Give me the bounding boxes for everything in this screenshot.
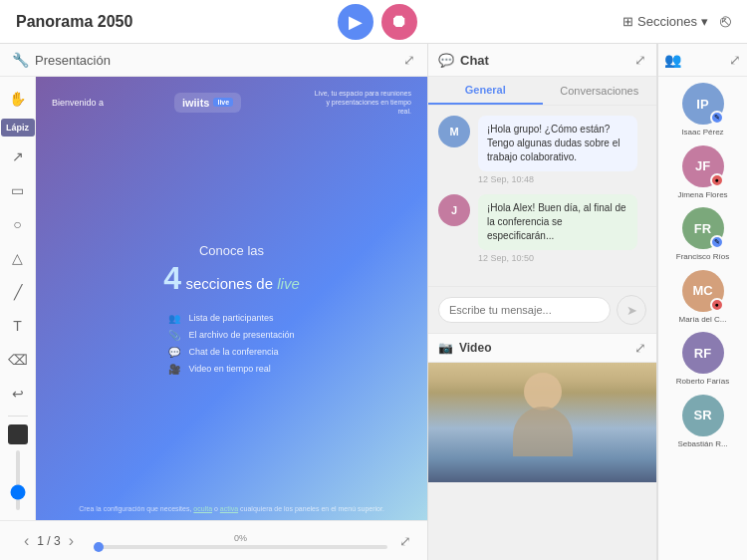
chat-bubble-1: ¡Hola grupo! ¿Cómo están? Tengo algunas … xyxy=(478,116,637,171)
chat-send-btn[interactable]: ➤ xyxy=(617,295,646,325)
feature-chat-text: Chat de la conferencia xyxy=(188,347,278,357)
grid-icon: ⊞ xyxy=(622,14,633,29)
video-expand-btn[interactable]: ⤢ xyxy=(634,340,646,356)
slide-number: 4 xyxy=(163,260,181,296)
participants-icon: 👥 xyxy=(168,313,180,324)
slide-secciones-text: secciones de xyxy=(186,275,278,292)
tab-general[interactable]: General xyxy=(428,77,543,105)
participant-6-name: Sebastián R... xyxy=(677,439,727,449)
next-slide-btn[interactable]: › xyxy=(61,528,82,554)
sections-label: Secciones xyxy=(637,14,697,29)
participant-4-name: María del C... xyxy=(678,315,726,325)
line-tool-btn[interactable]: ╱ xyxy=(4,278,32,306)
participant-1: IP ✎ Isaac Pérez xyxy=(664,83,741,138)
topbar-right: ⊞ Secciones ▾ ⎋ xyxy=(622,11,731,32)
participant-3: FR ✎ Francisco Ríos xyxy=(664,207,741,262)
slide-area: ✋ Lápiz ↗ ▭ ○ △ ╱ T ⌫ ↩ Bienveni xyxy=(0,77,427,520)
participant-2: JF ● Jimena Flores xyxy=(664,145,741,200)
video-panel: 📷 Video ⤢ xyxy=(428,333,656,482)
sections-btn[interactable]: ⊞ Secciones ▾ xyxy=(622,14,708,29)
progress-container: 0% xyxy=(94,533,387,549)
eraser-tool-btn[interactable]: ⌫ xyxy=(4,346,32,374)
chat-bubble-wrap-1: ¡Hola grupo! ¿Cómo están? Tengo algunas … xyxy=(478,116,637,184)
participant-5-avatar-wrap: RF xyxy=(682,332,724,374)
chat-panel: 💬 Chat ⤢ General Conversaciones M ¡Hola … xyxy=(428,44,656,333)
chat-header-title: 💬 Chat xyxy=(438,53,489,68)
app-title: Panorama 2050 xyxy=(16,13,132,31)
participant-3-avatar-wrap: FR ✎ xyxy=(682,207,724,249)
presentation-label: Presentación xyxy=(35,53,111,68)
presentation-expand-btn[interactable]: ⤢ xyxy=(403,52,415,68)
page-indicator: 1 / 3 xyxy=(37,534,60,548)
record-icon-btn[interactable]: ⏺ xyxy=(381,4,417,40)
participant-5-avatar: RF xyxy=(682,332,724,374)
video-label: Video xyxy=(459,341,491,355)
prev-slide-btn[interactable]: ‹ xyxy=(16,528,37,554)
footer-link-activate[interactable]: activa xyxy=(220,505,238,512)
color-swatch[interactable] xyxy=(8,424,28,444)
slide-conoce: Conoce las xyxy=(199,243,264,258)
undo-tool-btn[interactable]: ↩ xyxy=(4,380,32,408)
participant-2-avatar-wrap: JF ● xyxy=(682,145,724,187)
chat-tabs: General Conversaciones xyxy=(428,77,656,106)
participant-1-avatar-wrap: IP ✎ xyxy=(682,83,724,125)
footer-text: Crea la configuración que necesites, xyxy=(79,505,193,512)
topbar-center-icons: ▶ ⏺ xyxy=(338,4,417,40)
participant-4-avatar-wrap: MC ● xyxy=(682,270,724,312)
chat-time-2: 12 Sep, 10:50 xyxy=(478,253,637,263)
video-icon: 🎥 xyxy=(168,364,180,375)
participant-6: SR Sebastián R... xyxy=(664,395,741,449)
chat-input[interactable] xyxy=(438,297,611,323)
feature-participants-text: Lista de participantes xyxy=(188,313,273,323)
slide-headline: 4 secciones de live xyxy=(163,260,300,297)
participant-3-badge: ✎ xyxy=(710,235,724,249)
brand-text: iwiits xyxy=(182,97,210,109)
participant-6-avatar-wrap: SR xyxy=(682,395,724,436)
participants-header: 👥 ⤢ xyxy=(658,44,747,77)
center-panel: 💬 Chat ⤢ General Conversaciones M ¡Hola … xyxy=(428,44,657,560)
triangle-tool-btn[interactable]: △ xyxy=(4,244,32,272)
thickness-slider[interactable] xyxy=(16,450,20,510)
presentation-header: 🔧 Presentación ⤢ xyxy=(0,44,427,77)
slide-tagline: Live, tu espacio para reuniones y presen… xyxy=(312,89,411,116)
feature-archive-text: El archivo de presentación xyxy=(188,330,294,340)
participant-2-name: Jimena Flores xyxy=(677,190,727,200)
cursor-tool-btn[interactable]: ↗ xyxy=(4,142,32,170)
chevron-down-icon: ▾ xyxy=(701,14,708,29)
exit-btn[interactable]: ⎋ xyxy=(720,11,731,32)
progress-thumb[interactable] xyxy=(94,542,104,552)
progress-bar-bg xyxy=(94,545,387,549)
slide-features: 👥 Lista de participantes 📎 El archivo de… xyxy=(144,313,318,375)
progress-label: 0% xyxy=(234,533,247,543)
presentation-header-title: 🔧 Presentación xyxy=(12,52,111,68)
participant-4-badge: ● xyxy=(710,298,724,312)
participants-expand-btn[interactable]: ⤢ xyxy=(729,52,741,68)
play-icon-btn[interactable]: ▶ xyxy=(338,4,374,40)
participant-2-badge: ● xyxy=(710,173,724,187)
chat-label: Chat xyxy=(460,53,489,68)
circle-tool-btn[interactable]: ○ xyxy=(4,210,32,238)
slide-logo: iwiits live xyxy=(174,93,241,113)
participant-5: RF Roberto Farías xyxy=(664,332,741,387)
footer-link-hide[interactable]: oculta xyxy=(193,505,212,512)
participant-4: MC ● María del C... xyxy=(664,270,741,325)
participants-sidebar: 👥 ⤢ IP ✎ Isaac Pérez JF ● Jimena Flores xyxy=(657,44,747,560)
participant-6-avatar: SR xyxy=(682,395,724,436)
archive-icon: 📎 xyxy=(168,330,180,341)
feature-chat: 💬 Chat de la conferencia xyxy=(168,347,278,358)
chat-header: 💬 Chat ⤢ xyxy=(428,44,656,77)
participants-list: IP ✎ Isaac Pérez JF ● Jimena Flores FR ✎… xyxy=(658,77,747,455)
participant-3-name: Francisco Ríos xyxy=(676,252,729,262)
feature-video-text: Video en tiempo real xyxy=(188,364,270,374)
slide-footer: Crea la configuración que necesites, ocu… xyxy=(36,505,427,512)
slide-live-word: live xyxy=(277,275,300,292)
chat-expand-btn[interactable]: ⤢ xyxy=(634,52,646,68)
text-tool-btn[interactable]: T xyxy=(4,312,32,340)
hand-tool-btn[interactable]: ✋ xyxy=(4,85,32,113)
topbar: Panorama 2050 ▶ ⏺ ⊞ Secciones ▾ ⎋ xyxy=(0,0,747,44)
chat-icon: 💬 xyxy=(168,347,180,358)
tab-conversations[interactable]: Conversaciones xyxy=(543,77,657,105)
avatar-1: M xyxy=(438,116,470,147)
fullscreen-btn[interactable]: ⤢ xyxy=(399,533,411,549)
rect-tool-btn[interactable]: ▭ xyxy=(4,176,32,204)
